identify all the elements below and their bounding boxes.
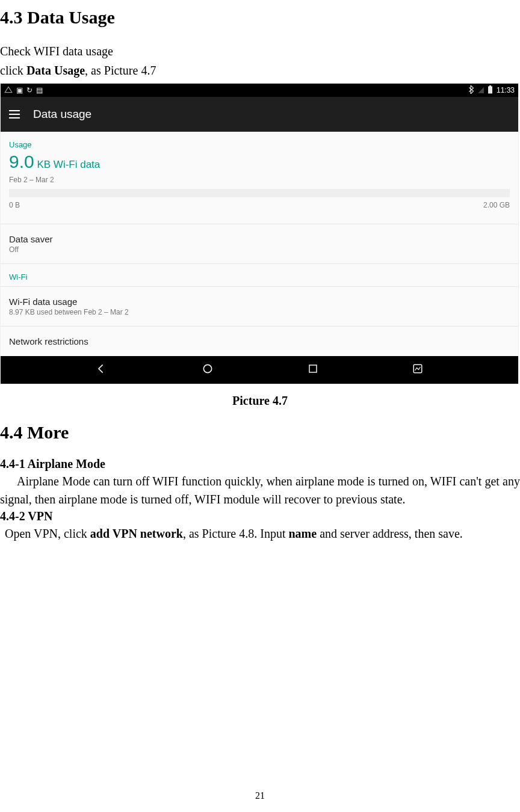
text: Open VPN, click — [5, 527, 90, 540]
heading-4-4-1: 4.4-1 Airplane Mode — [0, 457, 520, 471]
usage-progress-bar — [9, 189, 510, 197]
hamburger-icon[interactable] — [9, 110, 20, 118]
battery-icon — [488, 85, 493, 96]
paragraph-airplane-mode: Airplane Mode can turn off WIFI function… — [0, 472, 520, 508]
svg-point-2 — [203, 364, 211, 372]
heading-4-4-2: 4.4-2 VPN — [0, 509, 520, 523]
svg-rect-3 — [309, 365, 317, 372]
row-wifi-data-usage[interactable]: Wi-Fi data usage 8.97 KB used between Fe… — [9, 287, 510, 326]
status-icon — [4, 86, 13, 95]
text-bold: add VPN network — [90, 527, 183, 540]
page-number: 21 — [0, 790, 520, 801]
paragraph-vpn: Open VPN, click add VPN network, as Pict… — [5, 524, 520, 543]
app-bar: Data usage — [1, 97, 518, 132]
usage-max: 2.00 GB — [483, 201, 510, 209]
row-network-restrictions[interactable]: Network restrictions — [9, 327, 510, 352]
nav-home-icon[interactable] — [202, 363, 214, 377]
wifi-outline-icon — [478, 87, 484, 93]
nav-recent-icon[interactable] — [308, 363, 318, 377]
bluetooth-icon — [468, 85, 474, 96]
row-subtitle: 8.97 KB used between Feb 2 – Mar 2 — [9, 308, 510, 316]
usage-header: Usage — [9, 140, 510, 149]
android-screenshot: ▣ ↻ ▤ 11:33 Data usage Usage 9.0 — [0, 83, 519, 384]
nav-back-icon[interactable] — [96, 363, 108, 377]
intro-line-2: click Data Usage, as Picture 4.7 — [0, 61, 520, 79]
status-icon: ▣ — [16, 86, 23, 94]
usage-bar-labels: 0 B 2.00 GB — [9, 201, 510, 209]
heading-4-4: 4.4 More — [0, 422, 520, 443]
status-icon: ↻ — [26, 86, 32, 94]
row-title: Data saver — [9, 234, 510, 244]
svg-rect-0 — [488, 86, 492, 93]
row-subtitle: Off — [9, 245, 510, 254]
text-bold: Data Usage — [26, 64, 85, 77]
status-bar: ▣ ↻ ▤ 11:33 — [1, 84, 518, 97]
text: and server address, then save. — [317, 527, 463, 540]
text: click — [0, 64, 26, 77]
figure-caption: Picture 4.7 — [0, 394, 520, 408]
app-bar-title: Data usage — [33, 108, 91, 121]
usage-date-range: Feb 2 – Mar 2 — [9, 176, 510, 184]
heading-4-3: 4.3 Data Usage — [0, 7, 520, 28]
text: , as Picture 4.8. Input — [183, 527, 289, 540]
intro-line-1: Check WIFI data usage — [0, 42, 520, 60]
nav-bar — [1, 356, 518, 384]
status-icon: ▤ — [36, 86, 43, 94]
usage-value: 9.0 — [9, 152, 34, 171]
settings-content: Usage 9.0 KB Wi-Fi data Feb 2 – Mar 2 0 … — [1, 132, 518, 356]
text-bold: name — [288, 527, 317, 540]
nav-screenshot-icon[interactable] — [412, 363, 423, 377]
text: Airplane Mode can turn off WIFI function… — [0, 475, 520, 506]
row-title: Wi-Fi data usage — [9, 297, 510, 307]
usage-min: 0 B — [9, 201, 20, 209]
text: , as Picture 4.7 — [85, 64, 156, 77]
row-title: Network restrictions — [9, 336, 510, 346]
usage-unit: KB Wi-Fi data — [34, 159, 101, 170]
status-time: 11:33 — [497, 86, 515, 94]
svg-rect-1 — [489, 85, 491, 87]
row-data-saver[interactable]: Data saver Off — [9, 224, 510, 263]
usage-amount: 9.0 KB Wi-Fi data — [9, 152, 510, 172]
wifi-section-header: Wi-Fi — [9, 264, 510, 286]
